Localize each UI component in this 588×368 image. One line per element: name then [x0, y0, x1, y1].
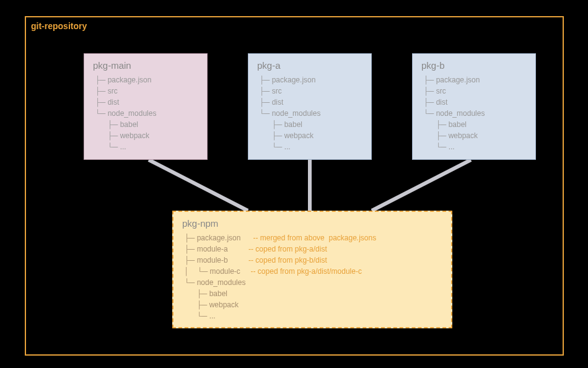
tree-line: ├─ module-a -- coped from pkg-a/dist — [182, 243, 442, 255]
tree-entry: └─ node_modules — [182, 278, 258, 287]
tree-line: ├─ babel — [93, 119, 198, 130]
tree-line: └─ node_modules — [93, 108, 198, 119]
tree-line: │ └─ module-c -- coped from pkg-a/dist/m… — [182, 266, 442, 277]
tree-line: ├─ dist — [93, 97, 198, 108]
tree-line: ├─ webpack — [257, 130, 362, 141]
tree-line: └─ node_modules — [182, 277, 442, 288]
tree-line: ├─ module-b -- coped from pkg-b/dist — [182, 255, 442, 266]
tree-line: └─ node_modules — [421, 108, 527, 119]
tree-annotation: -- coped from pkg-b/dist — [248, 256, 327, 265]
pkg-a-tree: ├─ package.json ├─ src ├─ dist └─ node_m… — [257, 74, 362, 152]
tree-line: └─ ... — [93, 141, 198, 152]
pkg-main-box: pkg-main ├─ package.json ├─ src ├─ dist … — [84, 53, 208, 160]
tree-line: └─ ... — [257, 141, 362, 152]
tree-line: ├─ webpack — [421, 130, 527, 141]
tree-line: ├─ package.json — [421, 74, 527, 85]
pkg-main-tree: ├─ package.json ├─ src ├─ dist └─ node_m… — [93, 74, 198, 152]
tree-line: ├─ webpack — [93, 130, 198, 141]
tree-entry: ├─ package.json — [182, 234, 253, 242]
tree-line: ├─ webpack — [182, 299, 442, 310]
tree-line: ├─ src — [93, 85, 198, 97]
pkg-b-box: pkg-b ├─ package.json ├─ src ├─ dist └─ … — [412, 53, 536, 160]
tree-line: ├─ dist — [257, 97, 362, 108]
tree-line: ├─ package.json — [257, 74, 362, 85]
pkg-a-title: pkg-a — [257, 60, 362, 71]
tree-entry: ├─ module-b — [182, 256, 248, 265]
tree-annotation: -- coped from pkg-a/dist — [248, 245, 327, 253]
tree-line: ├─ dist — [421, 97, 527, 108]
pkg-a-box: pkg-a ├─ package.json ├─ src ├─ dist └─ … — [248, 53, 372, 160]
git-repository-label: git-repository — [31, 21, 87, 31]
pkg-npm-title: pkg-npm — [182, 218, 442, 229]
tree-line: ├─ babel — [257, 119, 362, 130]
tree-entry: ├─ webpack — [182, 300, 249, 309]
tree-line: ├─ src — [257, 85, 362, 97]
tree-line: └─ node_modules — [257, 108, 362, 119]
pkg-npm-tree: ├─ package.json -- merged from above pac… — [182, 232, 442, 322]
tree-annotation: -- coped from pkg-a/dist/module-c — [251, 267, 362, 276]
tree-entry: │ └─ module-c — [182, 267, 251, 276]
tree-line: ├─ src — [421, 85, 527, 97]
pkg-b-tree: ├─ package.json ├─ src ├─ dist └─ node_m… — [421, 74, 527, 152]
tree-line: └─ ... — [421, 141, 527, 152]
pkg-npm-box: pkg-npm ├─ package.json -- merged from a… — [172, 211, 452, 328]
tree-entry: ├─ babel — [182, 289, 242, 298]
tree-entry: ├─ module-a — [182, 245, 248, 253]
tree-line: ├─ package.json -- merged from above pac… — [182, 232, 442, 243]
tree-line: ├─ babel — [182, 288, 442, 299]
tree-line: ├─ package.json — [93, 74, 198, 85]
tree-line: └─ ... — [182, 310, 442, 322]
tree-annotation: -- merged from above package.jsons — [253, 234, 376, 242]
pkg-b-title: pkg-b — [421, 60, 527, 71]
pkg-main-title: pkg-main — [93, 60, 198, 71]
tree-line: ├─ babel — [421, 119, 527, 130]
tree-entry: └─ ... — [182, 312, 234, 320]
